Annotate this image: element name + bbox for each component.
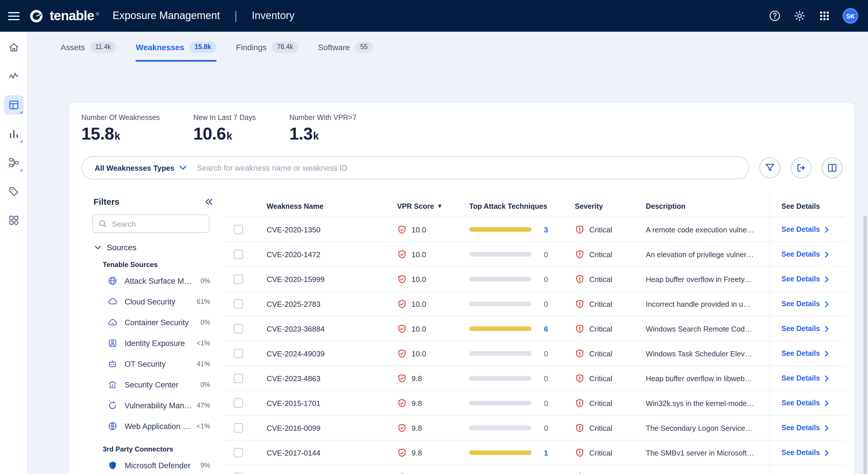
filters-search-input[interactable] (111, 219, 203, 229)
vpr-shield-icon (397, 225, 407, 234)
weakness-name-link[interactable]: CVE-2016-0099 (267, 424, 397, 432)
weakness-name-link[interactable]: CVE-2020-15999 (267, 275, 397, 283)
row-checkbox[interactable] (234, 448, 243, 457)
see-details-link[interactable]: See Details (781, 226, 829, 234)
filter-source-ot-security[interactable]: OT Security 41% (91, 353, 224, 374)
attack-techniques-count[interactable]: 1 (541, 448, 551, 457)
attack-techniques-count[interactable]: 0 (541, 399, 551, 407)
sidenav-item-tags[interactable] (4, 182, 23, 201)
tab-weaknesses[interactable]: Weaknesses 15.8k (136, 41, 216, 61)
weakness-name-link[interactable]: CVE-2024-49039 (267, 349, 397, 358)
filter-source-web-application-scanning[interactable]: Web Application Sc... <1% (91, 416, 224, 437)
see-details-link[interactable]: See Details (781, 325, 829, 333)
critical-severity-icon (575, 398, 585, 408)
column-header-description[interactable]: Description (646, 196, 769, 217)
row-checkbox[interactable] (234, 423, 243, 433)
weakness-name-link[interactable]: CVE-2020-1350 (267, 225, 397, 234)
help-icon[interactable] (768, 9, 781, 22)
attack-techniques-count[interactable]: 0 (541, 275, 551, 283)
chevron-right-icon (825, 301, 829, 307)
weakness-name-link[interactable]: CVE-2025-2783 (267, 300, 397, 308)
stat-label: Number With VPR>7 (289, 113, 356, 122)
export-button[interactable] (790, 158, 811, 178)
app-window: tenable ® Exposure Management | Inventor… (0, 0, 868, 474)
column-header-severity[interactable]: Severity (575, 196, 646, 217)
weakness-search-input[interactable] (196, 163, 748, 173)
filter-source-identity-exposure[interactable]: Identity Exposure <1% (91, 333, 224, 353)
row-checkbox[interactable] (234, 324, 243, 333)
tab-findings[interactable]: Findings 76.4k (236, 41, 299, 61)
filter-source-label: Security Center (125, 380, 178, 389)
row-checkbox[interactable] (234, 473, 243, 474)
see-details-link[interactable]: See Details (781, 374, 829, 382)
column-header-vpr-score[interactable]: VPR Score ▼ (397, 196, 469, 217)
filter-source-percentage: 41% (192, 361, 210, 367)
see-details-link[interactable]: See Details (781, 424, 829, 432)
hamburger-menu-icon[interactable] (8, 12, 20, 20)
sidenav-item-activity[interactable] (4, 66, 23, 86)
sidenav-item-inventory[interactable] (4, 95, 23, 115)
attack-techniques-count[interactable]: 0 (541, 349, 551, 358)
weakness-description: Incorrect handle provided in unspecified… (646, 300, 769, 308)
row-checkbox[interactable] (234, 349, 243, 358)
table-row: CVE-2020-1472 10.0 0 Critical An elevati… (224, 242, 845, 267)
row-checkbox[interactable] (234, 225, 243, 234)
columns-button[interactable] (822, 158, 843, 178)
apps-icon[interactable] (818, 9, 831, 22)
weakness-name-link[interactable]: CVE-2023-4863 (267, 374, 397, 383)
filter-source-cloud-security[interactable]: Cloud Security 61% (91, 291, 224, 312)
collapse-filters-icon[interactable] (204, 198, 212, 205)
see-details-link[interactable]: See Details (781, 449, 829, 457)
filter-button[interactable] (760, 158, 780, 178)
tab-software[interactable]: Software 55 (318, 41, 373, 61)
see-details-link[interactable]: See Details (781, 349, 829, 358)
weakness-name-link[interactable]: CVE-2023-36884 (267, 325, 397, 333)
filter-source-container-security[interactable]: Container Security 0% (91, 312, 224, 333)
sidenav-item-analytics[interactable] (4, 124, 23, 144)
row-checkbox[interactable] (234, 374, 243, 383)
weakness-type-dropdown[interactable]: All Weaknesses Types (82, 164, 196, 172)
see-details-link[interactable]: See Details (781, 399, 829, 407)
tab-assets[interactable]: Assets 11.4k (61, 41, 116, 61)
filter-source-microsoft-defender[interactable]: Microsoft Defender 9% (91, 455, 224, 474)
see-details-link[interactable]: See Details (781, 300, 829, 308)
severity-label: Critical (589, 250, 612, 259)
filter-source-label: Vulnerability Mana... (125, 401, 192, 410)
row-checkbox[interactable] (234, 250, 243, 259)
filter-group: 3rd Party Connectors Microsoft Defender … (91, 445, 224, 474)
column-header-top-attack-techniques[interactable]: Top Attack Techniques (469, 196, 575, 217)
attack-techniques-count[interactable]: 0 (541, 424, 551, 432)
user-avatar[interactable]: SK (843, 8, 858, 24)
page-scrollbar[interactable] (863, 216, 867, 474)
weakness-name-link[interactable]: CVE-2017-0144 (267, 448, 397, 457)
table-row: CVE-2017-0144 9.8 1 Critical The SMBv1 s… (224, 441, 845, 465)
weakness-name-link[interactable]: CVE-2020-1472 (267, 250, 397, 259)
stat-value: 15.8k (82, 125, 160, 142)
home-icon (8, 41, 19, 53)
filters-panel: Filters Sources (91, 196, 224, 474)
sidenav-item-connectors[interactable] (4, 153, 23, 172)
sources-section-toggle[interactable]: Sources (95, 243, 224, 252)
analytics-icon (8, 128, 19, 140)
chevron-right-icon (825, 400, 829, 406)
row-checkbox[interactable] (234, 399, 243, 408)
row-checkbox[interactable] (234, 299, 243, 308)
sidenav-item-home[interactable] (4, 37, 23, 57)
weakness-name-link[interactable]: CVE-2015-1701 (267, 399, 397, 407)
registered-mark: ® (96, 11, 99, 16)
sidenav-item-plugins[interactable] (4, 210, 23, 230)
filter-source-security-center[interactable]: Security Center 0% (91, 374, 224, 395)
attack-techniques-count[interactable]: 0 (541, 250, 551, 259)
row-checkbox[interactable] (234, 274, 243, 284)
attack-techniques-count[interactable]: 3 (541, 225, 551, 234)
filter-source-vulnerability-management[interactable]: Vulnerability Mana... 47% (91, 395, 224, 416)
filter-source-attack-surface-management[interactable]: Attack Surface Man... 0% (91, 270, 224, 291)
attack-techniques-count[interactable]: 0 (541, 300, 551, 308)
attack-techniques-count[interactable]: 0 (541, 374, 551, 383)
vpr-score-value: 9.8 (411, 399, 422, 407)
see-details-link[interactable]: See Details (781, 275, 829, 283)
see-details-link[interactable]: See Details (781, 250, 829, 258)
attack-techniques-count[interactable]: 6 (541, 325, 551, 333)
column-header-weakness-name[interactable]: Weakness Name (267, 196, 397, 217)
settings-icon[interactable] (793, 9, 806, 22)
